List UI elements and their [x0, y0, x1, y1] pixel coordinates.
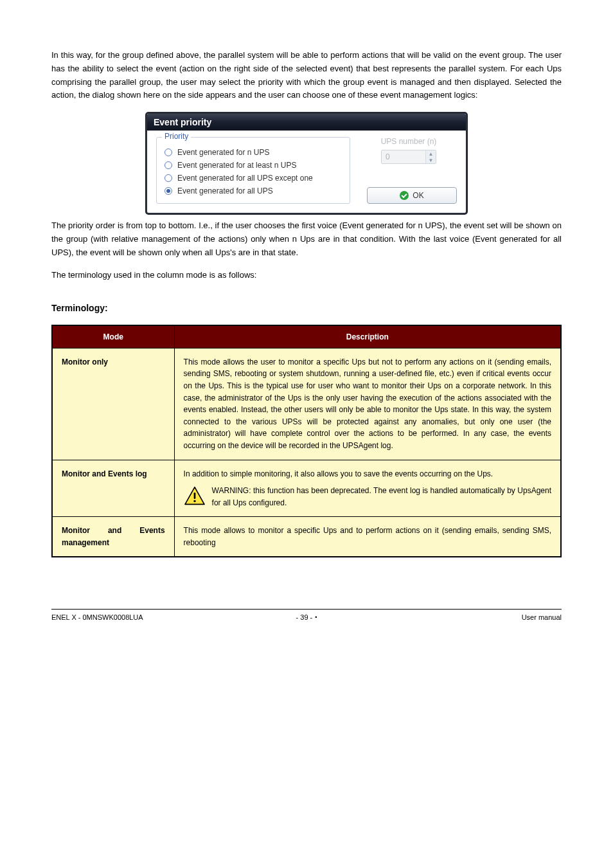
- radio-option-3[interactable]: Event generated for all UPS: [164, 186, 342, 195]
- ups-number-label: UPS number (n): [360, 137, 457, 146]
- mode-warning-text: WARNING: this function has been deprecat…: [212, 485, 551, 509]
- chevron-down-icon[interactable]: ▼: [426, 157, 436, 163]
- modes-table: Mode Description Monitor only This mode …: [51, 325, 562, 558]
- priority-legend: Priority: [162, 132, 191, 141]
- priority-fieldset: Priority Event generated for n UPS Event…: [156, 137, 350, 204]
- event-priority-dialog: Event priority Priority Event generated …: [146, 113, 467, 214]
- dialog-title: Event priority: [147, 114, 466, 131]
- radio-option-2[interactable]: Event generated for all UPS except one: [164, 174, 342, 183]
- terminology-heading: Terminology:: [51, 301, 562, 315]
- mode-name: Monitor only: [62, 357, 108, 366]
- footer-page: - 39 -: [296, 613, 313, 621]
- radio-icon: [164, 174, 172, 182]
- radio-label: Event generated for all UPS: [177, 186, 273, 195]
- ok-button-label: OK: [413, 191, 423, 200]
- mode-desc: In addition to simple monitoring, it als…: [174, 460, 561, 517]
- footer-left: ENEL X - 0MNSWK0008LUA: [51, 613, 143, 621]
- radio-option-0[interactable]: Event generated for n UPS: [164, 148, 342, 157]
- table-header-mode: Mode: [52, 325, 174, 348]
- page-footer: ENEL X - 0MNSWK0008LUA - 39 - • User man…: [51, 609, 562, 621]
- radio-icon: [164, 187, 172, 195]
- post-paragraph-1: The priority order is from top to bottom…: [51, 219, 562, 259]
- table-row: Monitor and Events management This mode …: [52, 517, 561, 557]
- radio-label: Event generated for all UPS except one: [177, 174, 313, 183]
- table-row: Monitor only This mode allows the user t…: [52, 348, 561, 460]
- svg-rect-1: [193, 493, 195, 499]
- mode-name: Monitor and Events log: [62, 469, 147, 478]
- chevron-up-icon[interactable]: ▲: [426, 150, 436, 157]
- radio-option-1[interactable]: Event generated for at least n UPS: [164, 161, 342, 170]
- radio-label: Event generated for at least n UPS: [177, 161, 296, 170]
- table-header-desc: Description: [174, 325, 561, 348]
- warning-icon: [184, 486, 206, 505]
- mode-desc-plain: In addition to simple monitoring, it als…: [184, 468, 551, 480]
- ok-button[interactable]: OK: [367, 187, 457, 204]
- bullet-icon: •: [315, 614, 317, 620]
- mode-desc: This mode allows the user to monitor a s…: [174, 348, 561, 460]
- check-icon: [400, 191, 409, 200]
- radio-icon: [164, 161, 172, 169]
- svg-point-2: [193, 500, 195, 502]
- mode-desc: This mode allows to monitor a specific U…: [174, 517, 561, 557]
- mode-name: Monitor and Events management: [62, 526, 165, 547]
- ups-number-stepper[interactable]: 0 ▲ ▼: [381, 150, 436, 164]
- radio-label: Event generated for n UPS: [177, 148, 269, 157]
- radio-icon: [164, 149, 172, 156]
- post-paragraph-2: The terminology used in the column mode …: [51, 269, 562, 282]
- intro-paragraph: In this way, for the group defined above…: [51, 49, 562, 102]
- table-row: Monitor and Events log In addition to si…: [52, 460, 561, 517]
- footer-right: User manual: [522, 613, 562, 621]
- ups-number-value: 0: [382, 150, 425, 163]
